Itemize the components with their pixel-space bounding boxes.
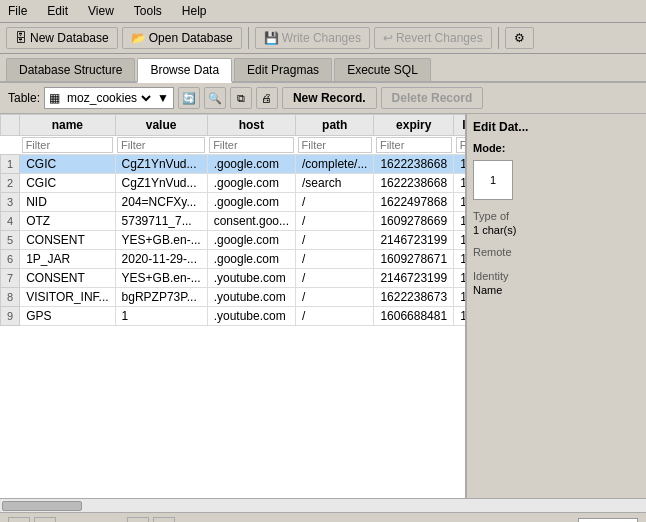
table-row[interactable]: 9GPS1.youtube.com/160668848116 — [1, 307, 467, 326]
cell-expiry[interactable]: 1609278669 — [374, 212, 454, 231]
next-page-button[interactable]: ▶ — [127, 517, 149, 522]
cell-expiry[interactable]: 1622497868 — [374, 193, 454, 212]
extra-toolbar-button[interactable]: ⚙ — [505, 27, 534, 49]
col-header-expiry[interactable]: expiry — [374, 115, 454, 136]
cell-expiry[interactable]: 2146723199 — [374, 269, 454, 288]
horizontal-scrollbar[interactable] — [0, 498, 646, 512]
cell-name[interactable]: OTZ — [20, 212, 115, 231]
cell-la[interactable]: 16 — [454, 307, 466, 326]
scrollbar-thumb[interactable] — [2, 501, 82, 511]
goto-input[interactable] — [578, 518, 638, 522]
cell-host[interactable]: .google.com — [207, 231, 295, 250]
cell-name[interactable]: GPS — [20, 307, 115, 326]
menu-tools[interactable]: Tools — [130, 2, 166, 20]
cell-name[interactable]: CGIC — [20, 174, 115, 193]
cell-path[interactable]: /complete/... — [296, 155, 374, 174]
cell-expiry[interactable]: 1622238673 — [374, 288, 454, 307]
last-page-button[interactable]: ⏭ — [153, 517, 175, 522]
cell-name[interactable]: CONSENT — [20, 269, 115, 288]
table-row[interactable]: 7CONSENTYES+GB.en-....youtube.com/214672… — [1, 269, 467, 288]
cell-name[interactable]: CGIC — [20, 155, 115, 174]
cell-expiry[interactable]: 1622238668 — [374, 174, 454, 193]
cell-host[interactable]: .youtube.com — [207, 269, 295, 288]
print-button[interactable]: 🖨 — [256, 87, 278, 109]
filter-expiry-input[interactable] — [376, 137, 452, 153]
revert-changes-button[interactable]: ↩ Revert Changes — [374, 27, 492, 49]
cell-host[interactable]: .youtube.com — [207, 307, 295, 326]
col-header-host[interactable]: host — [207, 115, 295, 136]
menu-view[interactable]: View — [84, 2, 118, 20]
menu-file[interactable]: File — [4, 2, 31, 20]
write-changes-button[interactable]: 💾 Write Changes — [255, 27, 370, 49]
delete-record-button[interactable]: Delete Record — [381, 87, 484, 109]
cell-value[interactable]: 2020-11-29-... — [115, 250, 207, 269]
data-table-area[interactable]: name value host path expiry la — [0, 114, 466, 498]
copy-button[interactable]: ⧉ — [230, 87, 252, 109]
filter-name-input[interactable] — [22, 137, 113, 153]
table-row[interactable]: 5CONSENTYES+GB.en-....google.com/2146723… — [1, 231, 467, 250]
table-row[interactable]: 61P_JAR2020-11-29-....google.com/1609278… — [1, 250, 467, 269]
cell-la[interactable]: 16 — [454, 155, 466, 174]
table-select[interactable]: moz_cookies — [63, 90, 154, 106]
table-row[interactable]: 1CGICCgZ1YnVud....google.com/complete/..… — [1, 155, 467, 174]
cell-path[interactable]: / — [296, 269, 374, 288]
table-row[interactable]: 8VISITOR_INF...bgRPZP73P....youtube.com/… — [1, 288, 467, 307]
filter-path-input[interactable] — [298, 137, 372, 153]
cell-la[interactable]: 16 — [454, 269, 466, 288]
tab-database-structure[interactable]: Database Structure — [6, 58, 135, 81]
tab-execute-sql[interactable]: Execute SQL — [334, 58, 431, 81]
cell-la[interactable]: 16 — [454, 231, 466, 250]
cell-value[interactable]: 204=NCFXy... — [115, 193, 207, 212]
cell-host[interactable]: .google.com — [207, 174, 295, 193]
cell-path[interactable]: / — [296, 231, 374, 250]
tab-browse-data[interactable]: Browse Data — [137, 58, 232, 83]
cell-value[interactable]: 1 — [115, 307, 207, 326]
cell-name[interactable]: VISITOR_INF... — [20, 288, 115, 307]
new-record-button[interactable]: New Record. — [282, 87, 377, 109]
col-header-la[interactable]: la — [454, 115, 466, 136]
cell-path[interactable]: / — [296, 307, 374, 326]
cell-value[interactable]: YES+GB.en-... — [115, 269, 207, 288]
cell-la[interactable]: 16 — [454, 212, 466, 231]
first-page-button[interactable]: ⏮ — [8, 517, 30, 522]
cell-name[interactable]: 1P_JAR — [20, 250, 115, 269]
cell-expiry[interactable]: 1622238668 — [374, 155, 454, 174]
open-database-button[interactable]: 📂 Open Database — [122, 27, 242, 49]
tab-edit-pragmas[interactable]: Edit Pragmas — [234, 58, 332, 81]
filter-button[interactable]: 🔍 — [204, 87, 226, 109]
table-row[interactable]: 4OTZ5739711_7...consent.goo.../160927866… — [1, 212, 467, 231]
cell-path[interactable]: / — [296, 250, 374, 269]
refresh-button[interactable]: 🔄 — [178, 87, 200, 109]
cell-host[interactable]: .google.com — [207, 193, 295, 212]
cell-la[interactable]: 16 — [454, 193, 466, 212]
cell-expiry[interactable]: 2146723199 — [374, 231, 454, 250]
cell-host[interactable]: consent.goo... — [207, 212, 295, 231]
menu-edit[interactable]: Edit — [43, 2, 72, 20]
cell-la[interactable]: 16 — [454, 250, 466, 269]
cell-value[interactable]: 5739711_7... — [115, 212, 207, 231]
table-row[interactable]: 2CGICCgZ1YnVud....google.com/search16222… — [1, 174, 467, 193]
cell-path[interactable]: / — [296, 212, 374, 231]
cell-expiry[interactable]: 1606688481 — [374, 307, 454, 326]
prev-page-button[interactable]: ◀ — [34, 517, 56, 522]
cell-name[interactable]: NID — [20, 193, 115, 212]
cell-value[interactable]: YES+GB.en-... — [115, 231, 207, 250]
new-database-button[interactable]: 🗄 New Database — [6, 27, 118, 49]
cell-la[interactable]: 16 — [454, 288, 466, 307]
col-header-value[interactable]: value — [115, 115, 207, 136]
cell-value[interactable]: CgZ1YnVud... — [115, 174, 207, 193]
filter-host-input[interactable] — [209, 137, 293, 153]
cell-path[interactable]: / — [296, 288, 374, 307]
cell-host[interactable]: .google.com — [207, 155, 295, 174]
table-selector[interactable]: ▦ moz_cookies ▼ — [44, 87, 174, 109]
cell-value[interactable]: bgRPZP73P... — [115, 288, 207, 307]
filter-value-input[interactable] — [117, 137, 205, 153]
cell-value[interactable]: CgZ1YnVud... — [115, 155, 207, 174]
col-header-name[interactable]: name — [20, 115, 115, 136]
cell-name[interactable]: CONSENT — [20, 231, 115, 250]
cell-la[interactable]: 16 — [454, 174, 466, 193]
cell-host[interactable]: .youtube.com — [207, 288, 295, 307]
cell-path[interactable]: /search — [296, 174, 374, 193]
col-header-path[interactable]: path — [296, 115, 374, 136]
table-row[interactable]: 3NID204=NCFXy....google.com/162249786816 — [1, 193, 467, 212]
